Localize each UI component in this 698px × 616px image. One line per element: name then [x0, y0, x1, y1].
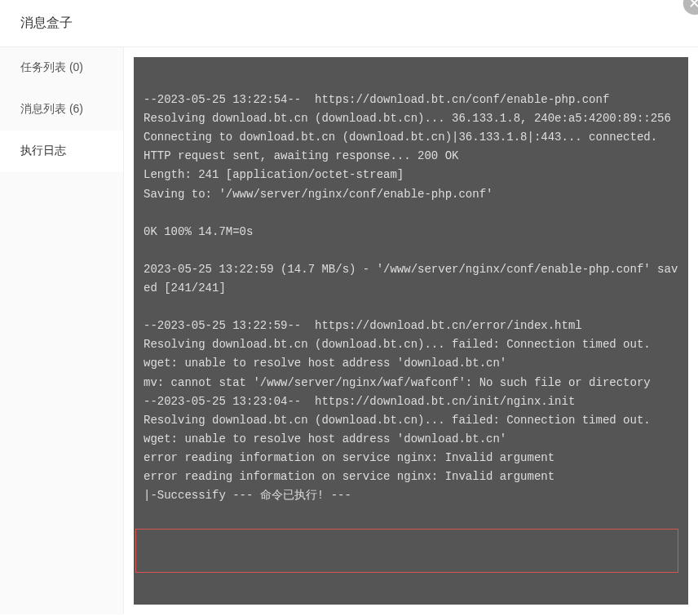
modal-title: 消息盒子 — [20, 15, 73, 32]
content-area: --2023-05-25 13:22:54-- https://download… — [124, 47, 698, 614]
sidebar: 任务列表 (0) 消息列表 (6) 执行日志 — [0, 47, 124, 614]
sidebar-item-label: 执行日志 — [20, 144, 66, 157]
sidebar-item-tasks[interactable]: 任务列表 (0) — [0, 47, 123, 89]
sidebar-item-logs[interactable]: 执行日志 — [0, 131, 123, 172]
modal-body: 任务列表 (0) 消息列表 (6) 执行日志 --2023-05-25 13:2… — [0, 47, 698, 614]
sidebar-item-label: 任务列表 (0) — [20, 60, 83, 73]
sidebar-item-label: 消息列表 (6) — [20, 102, 83, 115]
close-icon: ✕ — [688, 0, 698, 12]
message-box-modal: 消息盒子 ✕ 任务列表 (0) 消息列表 (6) 执行日志 --2023-05-… — [0, 0, 698, 616]
sidebar-item-messages[interactable]: 消息列表 (6) — [0, 89, 123, 131]
modal-header: 消息盒子 — [0, 0, 698, 47]
terminal-output[interactable]: --2023-05-25 13:22:54-- https://download… — [134, 57, 688, 605]
